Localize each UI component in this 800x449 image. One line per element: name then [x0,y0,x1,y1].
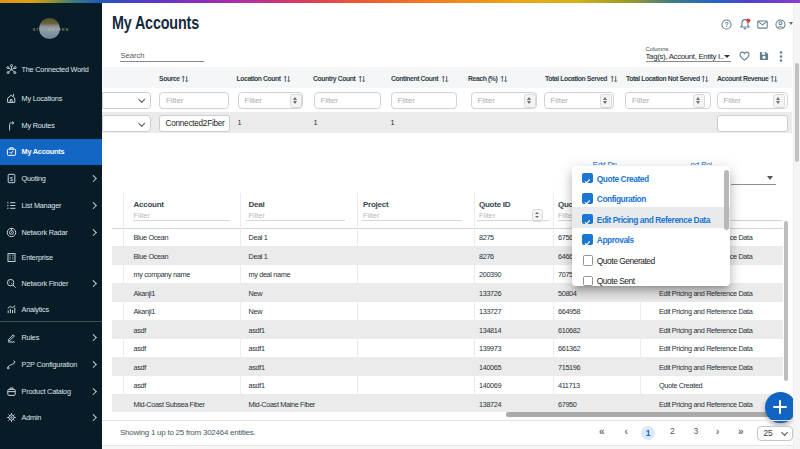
svg-text:?: ? [724,20,728,27]
svg-text:$: $ [9,176,13,182]
